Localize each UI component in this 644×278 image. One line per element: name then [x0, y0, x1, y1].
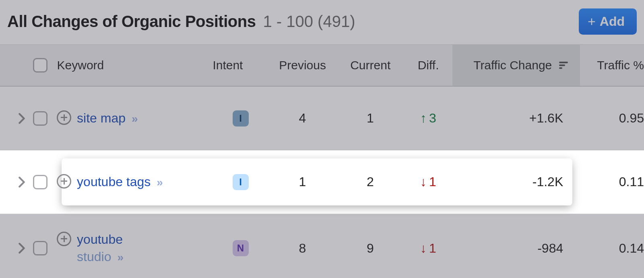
current-cell: 9 [336, 241, 405, 256]
keyword-cell: youtube tags » [57, 173, 213, 191]
arrow-up-icon: ↑ [420, 111, 427, 126]
row-checkbox[interactable] [33, 111, 47, 126]
traffic-pct-cell: 0.95 [580, 111, 644, 126]
table-header: Keyword Intent Previous Current Diff. Tr… [0, 44, 644, 87]
col-traffic-change[interactable]: Traffic Change [452, 45, 580, 86]
previous-cell: 8 [268, 241, 336, 256]
add-button[interactable]: + Add [579, 8, 637, 35]
row-checkbox-cell[interactable] [33, 111, 57, 126]
table-body: site map »I41↑3+1.6K0.95youtube tags »I1… [0, 87, 644, 278]
table-row: youtubestudio »N89↓1-9840.14 [0, 214, 644, 278]
arrow-down-icon: ↓ [420, 241, 427, 256]
page-header: All Changes of Organic Positions 1 - 100… [0, 0, 644, 44]
col-current[interactable]: Current [336, 58, 405, 72]
add-button-label: Add [600, 14, 625, 29]
row-checkbox[interactable] [33, 175, 47, 189]
select-all-cell[interactable] [33, 58, 57, 73]
intent-badge: I [233, 174, 249, 190]
diff-value: 1 [429, 174, 436, 189]
row-checkbox-cell[interactable] [33, 175, 57, 189]
col-traffic-change-label: Traffic Change [473, 58, 552, 72]
keyword-link-line2[interactable]: studio » [77, 248, 123, 266]
arrow-down-icon: ↓ [420, 174, 427, 189]
previous-cell: 4 [268, 111, 336, 126]
intent-badge: N [233, 240, 249, 256]
add-keyword-icon[interactable] [57, 232, 71, 246]
diff-cell: ↓1 [404, 241, 452, 256]
expand-row-button[interactable] [10, 113, 33, 124]
sort-desc-icon [559, 62, 568, 69]
intent-badge: I [233, 110, 249, 127]
row-checkbox[interactable] [33, 241, 47, 255]
page-range: 1 - 100 (491) [263, 12, 355, 31]
traffic-pct-cell: 0.11 [580, 174, 644, 189]
select-all-checkbox[interactable] [33, 58, 47, 73]
table-row: site map »I41↑3+1.6K0.95 [0, 87, 644, 150]
traffic-change-cell: -1.2K [452, 174, 580, 189]
col-intent[interactable]: Intent [213, 58, 268, 72]
traffic-change-cell: -984 [452, 241, 580, 256]
previous-cell: 1 [268, 174, 336, 189]
col-keyword[interactable]: Keyword [57, 58, 213, 72]
add-keyword-icon[interactable] [57, 110, 71, 125]
current-cell: 2 [336, 174, 405, 189]
open-serp-icon[interactable]: » [157, 176, 161, 189]
expand-row-button[interactable] [10, 176, 33, 188]
current-cell: 1 [336, 111, 405, 126]
col-previous[interactable]: Previous [268, 58, 336, 72]
diff-value: 1 [429, 241, 436, 256]
traffic-pct-cell: 0.14 [580, 241, 644, 256]
table-row: youtube tags »I12↓1-1.2K0.11 [0, 150, 644, 214]
page-title: All Changes of Organic Positions [7, 12, 256, 31]
expand-row-button[interactable] [10, 243, 33, 254]
col-traffic-pct[interactable]: Traffic % [580, 58, 644, 72]
keyword-link[interactable]: youtube tags » [77, 173, 161, 191]
add-keyword-icon[interactable] [57, 174, 71, 189]
traffic-change-cell: +1.6K [452, 111, 580, 126]
intent-cell: I [213, 174, 268, 190]
diff-value: 3 [429, 111, 436, 126]
plus-icon: + [588, 15, 596, 28]
col-diff[interactable]: Diff. [405, 58, 452, 72]
keyword-cell: youtubestudio » [57, 231, 213, 266]
row-checkbox-cell[interactable] [33, 241, 57, 255]
keyword-cell: site map » [57, 110, 213, 127]
diff-cell: ↓1 [404, 174, 452, 189]
title-group: All Changes of Organic Positions 1 - 100… [7, 12, 355, 31]
keyword-link[interactable]: youtube [77, 231, 123, 248]
intent-cell: N [213, 240, 268, 256]
keyword-link[interactable]: site map » [77, 110, 136, 127]
open-serp-icon[interactable]: » [132, 112, 136, 125]
diff-cell: ↑3 [404, 111, 452, 126]
open-serp-icon[interactable]: » [117, 251, 122, 263]
intent-cell: I [213, 110, 268, 127]
